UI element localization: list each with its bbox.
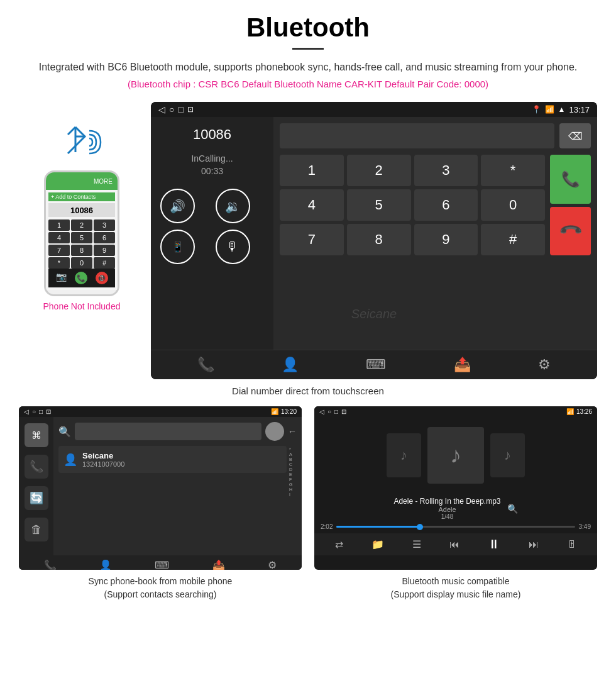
dial-key-hash[interactable]: # (481, 224, 545, 255)
phonebook-body: ⌘ 📞 🔄 🗑 🔍 (19, 417, 302, 555)
contact-person-icon: 👤 (63, 453, 77, 467)
sync-nav-icon[interactable]: 🔄 (25, 486, 48, 510)
playlist-button[interactable]: ☰ (412, 538, 421, 550)
home-nav-icon[interactable]: ○ (169, 104, 174, 114)
dialpad-nav-icon[interactable]: ⌨ (366, 357, 386, 373)
prev-button[interactable]: ⏮ (449, 539, 459, 550)
phonebook-caption-line2: (Support contacts searching) (104, 589, 217, 599)
music-search-icon[interactable]: 🔍 (507, 504, 518, 514)
contacts-nav-icon[interactable]: 👤 (282, 357, 299, 373)
dial-key-4[interactable]: 4 (280, 189, 344, 221)
pb-search-icon: 🔍 (58, 426, 71, 438)
phone-mockup: MORE + Add to Contacts 10086 1 2 3 4 5 6… (44, 170, 119, 296)
number-input-row: ⌫ (280, 123, 591, 148)
shuffle-button[interactable]: ⇄ (335, 538, 343, 550)
music-note-icon: ♪ (450, 442, 461, 469)
backspace-icon: ⌫ (568, 130, 583, 142)
dial-key-star[interactable]: * (481, 155, 545, 186)
bluetooth-nav-icon[interactable]: ⌘ (25, 423, 48, 447)
key-6[interactable]: 6 (94, 232, 115, 243)
phonebook-right-panel: 🔍 ← 👤 Seicane 13241007000 (53, 417, 302, 555)
equalizer-button[interactable]: 🎚 (567, 539, 577, 550)
music-nav-icons: ◁ ○ □ ⊡ (319, 408, 346, 415)
play-pause-button[interactable]: ⏸ (488, 537, 500, 552)
pb-back-icon[interactable]: ◁ (24, 408, 29, 415)
dial-key-9[interactable]: 9 (414, 224, 478, 255)
dial-key-3[interactable]: 3 (414, 155, 478, 186)
call-nav-icon[interactable]: 📞 (197, 357, 214, 373)
music-signal-icon: 📶 (566, 408, 574, 415)
pb-dialpad-bottom-icon[interactable]: ⌨ (155, 559, 169, 570)
dial-key-0[interactable]: 0 (481, 189, 545, 221)
end-call-button[interactable]: 📞 (550, 207, 591, 256)
pb-transfer-bottom-icon[interactable]: 📤 (212, 559, 225, 570)
dial-key-1[interactable]: 1 (280, 155, 344, 186)
back-nav-icon[interactable]: ◁ (158, 104, 165, 114)
key-hash[interactable]: # (94, 257, 115, 269)
dial-key-2[interactable]: 2 (347, 155, 411, 186)
delete-nav-icon[interactable]: 🗑 (25, 518, 48, 541)
volume-down-button[interactable]: 🔉 (216, 189, 250, 223)
dial-key-7[interactable]: 7 (280, 224, 344, 255)
progress-thumb[interactable] (417, 524, 423, 530)
phonebook-search-input[interactable] (75, 423, 261, 440)
key-0[interactable]: 0 (71, 257, 92, 269)
clock-display: 13:17 (569, 105, 590, 114)
volume-up-button[interactable]: 🔊 (160, 189, 195, 223)
key-5[interactable]: 5 (71, 232, 92, 243)
next-button[interactable]: ⏭ (529, 539, 539, 550)
pb-contacts-bottom-icon[interactable]: 👤 (99, 559, 112, 570)
dial-key-6[interactable]: 6 (414, 189, 478, 221)
progress-track[interactable] (336, 526, 575, 528)
small-album-art-right: ♪ (490, 433, 525, 477)
key-2[interactable]: 2 (71, 219, 92, 231)
answer-call-button[interactable]: 📞 (550, 155, 591, 204)
key-4[interactable]: 4 (48, 232, 70, 243)
folder-button[interactable]: 📁 (371, 538, 384, 550)
music-home-icon[interactable]: ○ (327, 408, 331, 415)
pb-screenshot-icon[interactable]: ⊡ (46, 408, 51, 415)
music-screenshot-icon[interactable]: ⊡ (341, 408, 346, 415)
key-9[interactable]: 9 (94, 245, 115, 256)
music-progress-bar[interactable]: 2:02 3:49 (314, 523, 597, 533)
dial-caption: Dial number direct from touchscreen (19, 386, 597, 396)
key-8[interactable]: 8 (71, 245, 92, 256)
contact-list-item[interactable]: 👤 Seicane 13241007000 (58, 446, 287, 473)
number-input-box[interactable] (280, 123, 554, 148)
transfer-button[interactable]: 📱 (160, 230, 195, 264)
contact-number: 13241007000 (82, 460, 124, 468)
phonebook-caption: Sync phone-book from mobile phone (Suppo… (19, 575, 302, 601)
pb-home-icon[interactable]: ○ (32, 408, 36, 415)
mute-button[interactable]: 🎙 (216, 230, 250, 264)
pb-settings-bottom-icon[interactable]: ⚙ (268, 559, 277, 570)
calls-nav-icon[interactable]: 📞 (25, 455, 48, 479)
delete-button[interactable]: ⌫ (559, 123, 591, 148)
phone-call-button[interactable]: 📞 (75, 272, 87, 284)
music-caption: Bluetooth music compatible (Support disp… (314, 575, 597, 601)
music-controls-bar: ⇄ 📁 ☰ ⏮ ⏸ ⏭ 🎚 (314, 533, 597, 555)
music-recents-icon[interactable]: □ (334, 408, 338, 415)
wifi-icon: ▲ (558, 105, 566, 114)
phonebook-mini-screen: ◁ ○ □ ⊡ 📶 13:20 ⌘ 📞 (19, 406, 302, 570)
dial-key-8[interactable]: 8 (347, 224, 411, 255)
transfer-nav-icon[interactable]: 📤 (454, 357, 471, 373)
pb-recents-icon[interactable]: □ (39, 408, 43, 415)
call-signal-icon: 📶 (545, 105, 554, 114)
phone-end-button[interactable]: 📵 (96, 272, 108, 284)
screenshot-nav-icon[interactable]: ⊡ (187, 105, 194, 114)
key-1[interactable]: 1 (48, 219, 70, 231)
music-back-icon[interactable]: ◁ (319, 408, 324, 415)
settings-nav-icon[interactable]: ⚙ (538, 357, 551, 373)
page-title: Bluetooth (19, 13, 597, 43)
key-3[interactable]: 3 (94, 219, 115, 231)
key-7[interactable]: 7 (48, 245, 70, 256)
contact-name: Seicane (82, 451, 124, 460)
dial-key-5[interactable]: 5 (347, 189, 411, 221)
recents-nav-icon[interactable]: □ (178, 104, 183, 114)
phonebook-bottom-bar: 📞 👤 ⌨ 📤 ⚙ (19, 555, 302, 570)
phone-keypad: 1 2 3 4 5 6 7 8 9 * 0 # (48, 219, 115, 269)
key-star[interactable]: * (48, 257, 70, 269)
pb-call-bottom-icon[interactable]: 📞 (44, 559, 57, 570)
location-icon: 📍 (532, 105, 541, 114)
pb-back-arrow-icon[interactable]: ← (288, 426, 297, 436)
